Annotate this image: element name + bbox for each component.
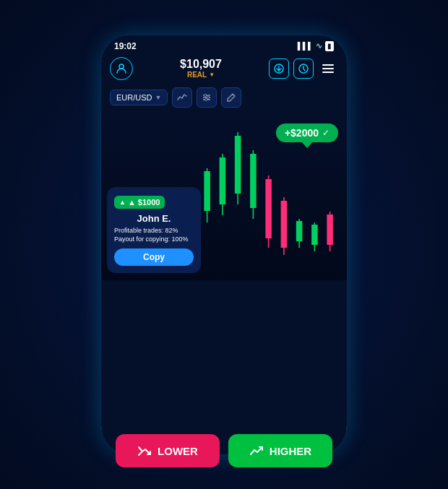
pair-selector[interactable]: EUR/USD ▼ [110, 90, 168, 105]
payout-stat: Payout for copying: 100% [114, 235, 194, 243]
profit-amount: +$2000 [285, 127, 319, 139]
svg-rect-31 [235, 136, 241, 194]
svg-rect-37 [281, 201, 288, 248]
header-actions [269, 59, 338, 79]
lower-button[interactable]: LOWER [116, 434, 220, 467]
avatar[interactable] [110, 57, 133, 80]
svg-rect-33 [250, 154, 257, 208]
svg-rect-43 [327, 215, 333, 245]
check-icon: ✓ [322, 128, 329, 138]
clock-button[interactable] [293, 59, 314, 79]
balance-chevron: ▼ [209, 72, 215, 78]
phone-frame: 19:02 ▌▌▌ ∿ ▮ $10,907 [101, 35, 347, 454]
wifi-icon: ∿ [316, 41, 322, 51]
svg-point-0 [119, 64, 124, 69]
svg-line-46 [139, 452, 142, 455]
menu-line-3 [322, 72, 334, 73]
toolbar: EUR/USD ▼ [101, 85, 347, 111]
profit-arrow [302, 142, 312, 148]
indicators-button[interactable] [197, 87, 217, 108]
balance-type: REAL [187, 71, 207, 79]
pair-chevron: ▼ [155, 94, 162, 101]
app-header: $10,907 REAL ▼ [101, 54, 347, 85]
higher-label: HIGHER [270, 445, 311, 457]
bottom-actions: LOWER HIGHER [116, 434, 332, 467]
svg-rect-35 [265, 179, 272, 238]
svg-point-6 [204, 94, 207, 96]
svg-point-8 [205, 98, 207, 100]
profitable-trades-stat: Profitable trades: 82% [114, 227, 194, 234]
pair-label: EUR/USD [116, 93, 152, 102]
svg-point-7 [207, 96, 210, 98]
status-time: 19:02 [114, 41, 137, 51]
chart-type-button[interactable] [172, 87, 192, 108]
copy-button[interactable]: Copy [114, 248, 194, 266]
status-icons: ▌▌▌ ∿ ▮ [298, 41, 334, 51]
lower-label: LOWER [158, 445, 198, 457]
trader-name: John E. [114, 213, 194, 224]
higher-icon [249, 444, 264, 457]
higher-button[interactable]: HIGHER [228, 434, 332, 467]
menu-button[interactable] [318, 59, 338, 79]
profit-badge: +$2000 ✓ [276, 124, 338, 142]
menu-line-1 [322, 64, 334, 66]
balance-label[interactable]: REAL ▼ [180, 71, 222, 79]
chart-area: +$2000 ✓ [101, 111, 347, 280]
svg-rect-27 [204, 171, 210, 211]
balance-section: $10,907 REAL ▼ [180, 58, 222, 79]
signal-icon: ▌▌▌ [298, 42, 313, 50]
draw-button[interactable] [221, 87, 241, 108]
trade-amount: ▲ $1000 [128, 198, 160, 207]
lower-icon [137, 444, 152, 457]
balance-amount: $10,907 [180, 58, 222, 71]
svg-rect-29 [220, 157, 226, 204]
trade-tag: ▲ ▲ $1000 [114, 196, 165, 209]
arrow-up-icon: ▲ [119, 199, 126, 206]
status-bar: 19:02 ▌▌▌ ∿ ▮ [101, 35, 347, 54]
battery-icon: ▮ [325, 41, 334, 51]
trader-card: ▲ ▲ $1000 John E. Profitable trades: 82%… [107, 187, 201, 273]
menu-line-2 [322, 68, 334, 69]
svg-rect-39 [296, 221, 303, 241]
deposit-button[interactable] [269, 59, 289, 79]
svg-rect-41 [311, 225, 318, 245]
